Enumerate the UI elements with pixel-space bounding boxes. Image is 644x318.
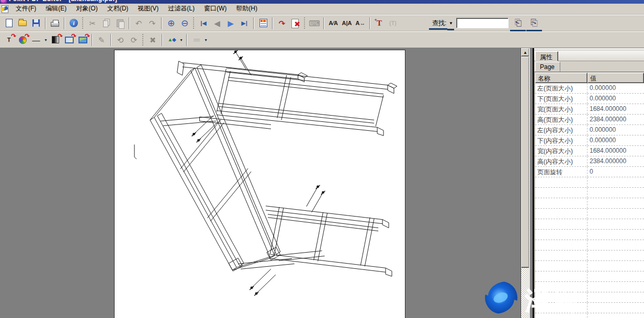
property-row[interactable]: 左(页面大小)0.000000 [535,83,644,94]
column-header-value[interactable]: 值 [587,73,644,83]
toolbar-button-fill-style[interactable] [49,33,62,47]
property-value[interactable]: 2384.000000 [587,156,644,166]
menu-item-document[interactable]: 文档(D) [103,3,133,15]
toolbar-separator [161,17,162,29]
property-value [587,230,644,240]
toolbar-grip [303,17,306,29]
find-next-icon: ⎘ [531,18,538,28]
property-row[interactable]: 下(内容大小)0.000000 [535,135,644,146]
property-value[interactable]: 2384.000000 [587,115,644,124]
panel-splitter[interactable] [529,48,534,318]
menu-item-help[interactable]: 帮助(H) [231,3,262,15]
toolbar-button-find-previous[interactable]: ⎗ [511,17,525,30]
toolbar-separator [253,17,254,29]
toolbar-button-save[interactable] [29,17,43,30]
property-name: 左(内容大小) [535,125,587,135]
pdf-page[interactable] [114,50,405,318]
property-value[interactable]: 0.000000 [587,125,644,135]
insert-text-icon: T [377,19,382,27]
toolbar-button-line-style[interactable]: — [29,33,43,47]
menu-item-filter[interactable]: 过滤器(L) [163,3,199,15]
property-value [587,251,644,260]
properties-table: 名称 值 左(页面大小)0.000000下(页面大小)0.000000宽(页面大… [534,73,644,318]
toolbar-button-add-color[interactable] [16,33,29,47]
toolbar-button-shapes[interactable]: ▲◆ [165,33,178,47]
property-row-empty [535,230,644,240]
property-value [587,271,644,281]
panel-tab-row: Page [534,61,644,72]
toolbar-separator [369,17,370,29]
property-row-empty [535,177,644,188]
toolbar-button-new[interactable] [2,17,16,30]
property-value[interactable]: 1684.000000 [587,104,644,114]
find-input[interactable] [456,18,509,28]
toolbar-button-replace-font[interactable]: A⁄A [326,17,340,30]
toolbar-button-add-image[interactable] [76,33,89,47]
line-style-dropdown-caret[interactable]: ▾ [43,33,49,47]
property-row-empty [535,271,644,282]
toolbar-button-first-page[interactable]: |◀ [197,17,210,30]
shapes-icon: ▲◆ [167,37,176,42]
toolbar-button-char-spacing[interactable]: A↔ [354,17,367,30]
property-value[interactable]: 1684.000000 [587,146,644,156]
toolbar-button-page-layout[interactable] [256,17,270,30]
toolbar-button-add-text[interactable]: T [2,33,16,47]
find-label: 查找: [429,19,447,28]
vertical-scrollbar[interactable]: ▲ [521,48,529,318]
redo-icon: ↷ [149,19,156,27]
menu-item-window[interactable]: 窗口(W) [199,3,231,15]
menu-item-edit[interactable]: 编辑(E) [41,3,71,15]
toolbar-button-info[interactable]: i [67,17,81,30]
toolbar-button-delete-page[interactable]: ✖ [289,17,302,30]
property-row[interactable]: 高(页面大小)2384.000000 [535,115,644,125]
scrollbar-thumb[interactable] [521,56,529,268]
toolbar-button-rotate-left: ⟲ [114,33,127,47]
shapes-dropdown-caret[interactable]: ▾ [178,33,184,47]
toolbar-button-print[interactable] [48,17,62,30]
document-canvas[interactable] [0,48,521,318]
property-value[interactable]: 0 [587,167,644,177]
property-row[interactable]: 高(内容大小)2384.000000 [535,156,644,167]
property-row-empty [535,209,644,219]
toolbar-button-prev-page[interactable]: ◀ [210,17,224,30]
property-row[interactable]: 下(页面大小)0.000000 [535,94,644,104]
toolbar-grip [82,17,84,29]
toolbar-button-rotate-page[interactable]: ↷ [275,17,289,30]
toolbar-button-find-next[interactable]: ⎘ [527,17,541,30]
scroll-up-button[interactable]: ▲ [521,48,529,56]
menu-item-file[interactable]: 文件(F) [11,3,41,15]
toolbar-button-text-mode: (T) [386,17,400,30]
first-page-icon: |◀ [200,20,207,26]
toolbar-button-last-page[interactable]: ▶| [238,17,251,30]
toolbar-button-narrow-chars[interactable]: A|A [340,17,354,30]
toolbar-button-next-page[interactable]: ▶ [224,17,238,30]
property-name [535,282,587,292]
rotate-page-icon: ↷ [279,19,286,27]
column-header-name[interactable]: 名称 [535,73,587,83]
property-value[interactable]: 0.000000 [587,83,644,93]
property-value [587,261,644,271]
property-row[interactable]: 左(内容大小)0.000000 [535,125,644,135]
menu-item-object[interactable]: 对象(O) [71,3,102,15]
toolbar-button-open[interactable] [16,17,29,30]
toolbar-button-zoom-in[interactable]: ⊕ [164,17,178,30]
property-row-empty [535,261,644,271]
undo-icon: ↶ [135,19,142,27]
property-row[interactable]: 宽(页面大小)1684.000000 [535,104,644,115]
property-value[interactable]: 0.000000 [587,135,644,145]
tab-properties[interactable]: 属性 [535,51,558,61]
property-name [535,292,587,302]
toolbar-button-insert-text[interactable]: T [372,17,386,30]
toolbar-button-zoom-out[interactable]: ⊖ [178,17,191,30]
toolbar-button-edit-image[interactable] [62,33,76,47]
tab-page[interactable]: Page [535,62,560,72]
menu-bar: 文件(F)编辑(E)对象(O)文档(D)视图(V)过滤器(L)窗口(W)帮助(H… [0,4,644,15]
delete-page-icon: ✖ [294,20,300,28]
property-value[interactable]: 0.000000 [587,94,644,104]
property-row[interactable]: 宽(内容大小)1684.000000 [535,146,644,156]
menu-item-view[interactable]: 视图(V) [133,3,163,15]
find-dropdown-caret[interactable]: ▼ [447,18,454,28]
property-row[interactable]: 页面旋转0 [535,167,644,177]
toolbar-separator [272,17,273,29]
document-icon[interactable] [2,5,8,13]
